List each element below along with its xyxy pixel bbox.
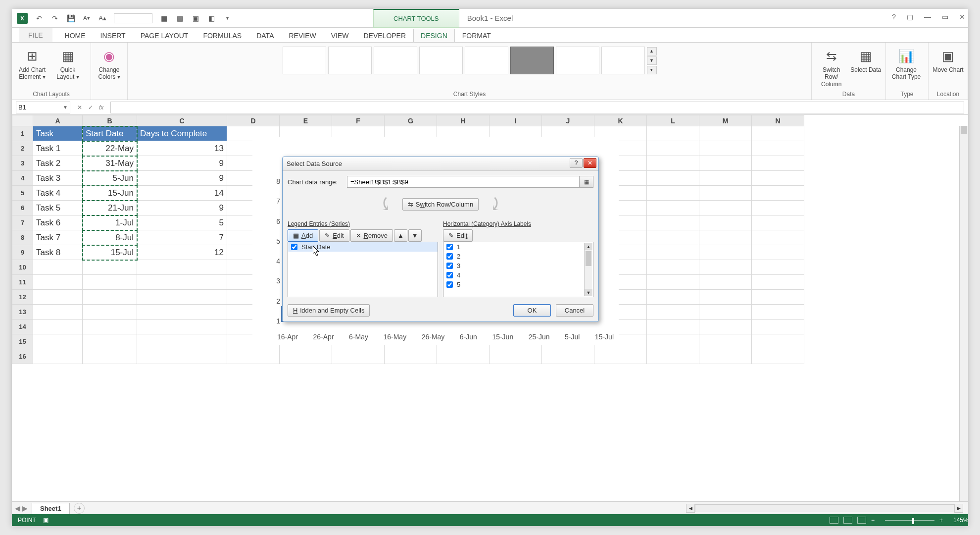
row-header[interactable]: 15 <box>12 334 33 349</box>
cell[interactable] <box>594 349 647 364</box>
cell[interactable] <box>33 275 83 290</box>
gallery-up-icon[interactable]: ▲ <box>647 47 657 55</box>
qat-icon-2[interactable]: ▤ <box>175 14 184 23</box>
cell[interactable] <box>752 156 804 171</box>
cell[interactable] <box>385 349 437 364</box>
cell[interactable]: Task 3 <box>33 171 83 186</box>
cell[interactable]: Start Date <box>83 126 137 141</box>
cell[interactable] <box>227 349 280 364</box>
column-header[interactable]: B <box>83 115 137 126</box>
category-checkbox[interactable] <box>446 263 453 269</box>
quick-layout-button[interactable]: ▦Quick Layout ▾ <box>51 47 84 81</box>
vertical-scroll-thumb[interactable] <box>961 126 967 134</box>
chart-style-1[interactable] <box>283 47 326 74</box>
cell[interactable] <box>699 230 752 245</box>
move-series-down-button[interactable]: ▼ <box>408 229 422 242</box>
row-header[interactable]: 10 <box>12 260 33 275</box>
chart-style-8[interactable] <box>601 47 645 74</box>
gallery-down-icon[interactable]: ▼ <box>647 56 657 65</box>
cell[interactable] <box>752 171 804 186</box>
row-header[interactable]: 14 <box>12 320 33 334</box>
ok-button[interactable]: OK <box>513 304 551 317</box>
move-series-up-button[interactable]: ▲ <box>394 229 407 242</box>
cell[interactable] <box>647 230 699 245</box>
category-item[interactable]: 3 <box>443 261 593 270</box>
cell[interactable] <box>699 320 752 334</box>
name-box-dropdown-icon[interactable]: ▼ <box>63 105 68 110</box>
cell[interactable]: 22-May <box>83 141 137 156</box>
column-header[interactable]: M <box>699 115 752 126</box>
move-chart-button[interactable]: ▣Move Chart <box>932 47 964 73</box>
row-header[interactable]: 5 <box>12 186 33 201</box>
cell[interactable] <box>699 290 752 305</box>
cell[interactable] <box>33 349 83 364</box>
category-list-scrollbar[interactable]: ▲ ▼ <box>584 243 592 296</box>
column-header[interactable]: K <box>594 115 647 126</box>
sheet-nav-prev-icon[interactable]: ◀ <box>15 504 20 512</box>
chart-style-2[interactable] <box>328 47 372 74</box>
cell[interactable] <box>699 260 752 275</box>
gallery-more-icon[interactable]: ▾ <box>647 66 657 74</box>
cell[interactable]: Task 4 <box>33 186 83 201</box>
cell[interactable] <box>83 275 137 290</box>
cell[interactable] <box>33 260 83 275</box>
tab-design[interactable]: DESIGN <box>413 29 455 42</box>
edit-series-button[interactable]: ✎ Edit <box>319 229 349 242</box>
dialog-help-button[interactable]: ? <box>570 158 583 168</box>
cell[interactable] <box>647 215 699 230</box>
cell[interactable] <box>647 275 699 290</box>
category-checkbox[interactable] <box>446 244 453 250</box>
add-chart-element-button[interactable]: ⊞Add Chart Element ▾ <box>16 47 49 81</box>
row-header[interactable]: 6 <box>12 201 33 215</box>
cell[interactable] <box>83 305 137 320</box>
cell[interactable] <box>699 171 752 186</box>
cell[interactable] <box>137 305 227 320</box>
sheet-nav-next-icon[interactable]: ▶ <box>22 504 28 512</box>
cell[interactable] <box>699 215 752 230</box>
save-icon[interactable]: 💾 <box>66 14 75 23</box>
chart-style-5[interactable] <box>465 47 508 74</box>
cell[interactable]: 5 <box>137 215 227 230</box>
row-header[interactable]: 9 <box>12 245 33 260</box>
hidden-empty-cells-button[interactable]: Hidden and Empty Cells <box>288 304 370 317</box>
cell[interactable] <box>647 126 699 141</box>
row-header[interactable]: 2 <box>12 141 33 156</box>
cell[interactable] <box>83 349 137 364</box>
cell[interactable] <box>490 349 542 364</box>
category-item[interactable]: 5 <box>443 280 593 289</box>
cell[interactable] <box>83 334 137 349</box>
cancel-formula-icon[interactable]: ✕ <box>77 104 82 111</box>
series-checkbox[interactable] <box>291 244 297 250</box>
ribbon-display-icon[interactable]: ▢ <box>907 13 913 21</box>
cell[interactable] <box>33 334 83 349</box>
cell[interactable] <box>752 186 804 201</box>
row-header[interactable]: 4 <box>12 171 33 186</box>
row-header[interactable]: 16 <box>12 349 33 364</box>
column-header[interactable]: C <box>137 115 227 126</box>
cell[interactable] <box>647 171 699 186</box>
qat-icon-3[interactable]: ▣ <box>191 14 200 23</box>
cell[interactable] <box>699 334 752 349</box>
name-box[interactable]: B1▼ <box>16 102 70 113</box>
cell[interactable] <box>752 305 804 320</box>
row-header[interactable]: 11 <box>12 275 33 290</box>
zoom-level[interactable]: 145% <box>953 517 962 524</box>
category-checkbox[interactable] <box>446 281 453 288</box>
cell[interactable] <box>699 245 752 260</box>
series-item[interactable]: Start Date <box>288 242 438 252</box>
zoom-slider[interactable] <box>885 520 934 521</box>
tab-file[interactable]: FILE <box>19 28 52 42</box>
cell[interactable] <box>699 275 752 290</box>
column-header[interactable]: E <box>280 115 332 126</box>
cell[interactable] <box>647 305 699 320</box>
chart-style-3[interactable] <box>374 47 417 74</box>
tab-developer[interactable]: DEVELOPER <box>356 29 413 42</box>
dialog-title-bar[interactable]: Select Data Source ? ✕ <box>283 157 598 171</box>
category-item[interactable]: 1 <box>443 242 593 252</box>
cell[interactable] <box>542 349 594 364</box>
category-checkbox[interactable] <box>446 253 453 260</box>
column-header[interactable]: F <box>332 115 385 126</box>
cell[interactable]: 15-Jul <box>83 245 137 260</box>
cell[interactable] <box>647 290 699 305</box>
undo-icon[interactable]: ↶ <box>35 14 44 23</box>
